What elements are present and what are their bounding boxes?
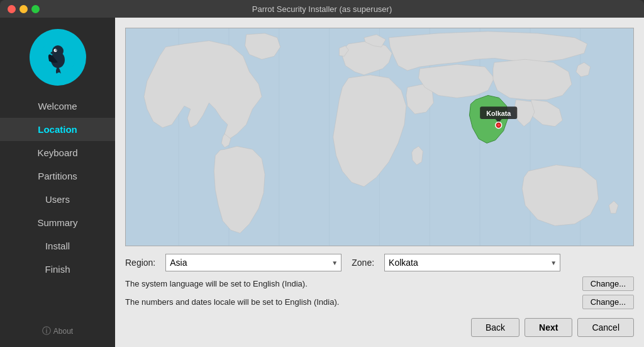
minimize-button[interactable] [19,5,28,13]
change-locale-button[interactable]: Change... [582,295,634,309]
sidebar-item-location[interactable]: Location [0,118,115,141]
titlebar: Parrot Security Installer (as superuser) [0,0,644,18]
sidebar-item-finish[interactable]: Finish [0,258,115,281]
svg-point-20 [497,124,500,127]
window-title: Parrot Security Installer (as superuser) [252,4,392,14]
parrot-logo-icon [39,38,77,76]
region-select[interactable]: Asia [165,254,341,271]
change-language-button[interactable]: Change... [582,276,634,291]
region-zone-row: Region: Asia Zone: Kolkata [125,254,634,271]
maximize-button[interactable] [31,5,40,13]
sidebar: Welcome Location Keyboard Partitions Use… [0,18,115,347]
info-row-1: The system language will be set to Engli… [125,276,634,291]
app-logo [30,29,86,86]
zone-select-wrap: Kolkata [384,254,560,271]
sidebar-item-keyboard[interactable]: Keyboard [0,141,115,164]
world-map[interactable]: Kolkata [125,28,634,246]
content-area: Kolkata Region: Asia Zone: Kolkat [115,18,644,347]
next-button[interactable]: Next [525,318,572,337]
region-label: Region: [125,258,155,268]
map-svg: Kolkata [126,28,633,246]
svg-text:Kolkata: Kolkata [486,110,511,117]
zone-select[interactable]: Kolkata [384,254,560,271]
sidebar-item-install[interactable]: Install [0,234,115,258]
sidebar-item-partitions[interactable]: Partitions [0,164,115,188]
cancel-button[interactable]: Cancel [577,318,634,337]
sidebar-item-welcome[interactable]: Welcome [0,94,115,118]
window-controls [8,5,40,13]
sidebar-item-users[interactable]: Users [0,188,115,211]
svg-point-2 [52,45,64,57]
zone-label: Zone: [352,258,374,268]
sidebar-nav: Welcome Location Keyboard Partitions Use… [0,94,115,322]
region-select-wrap: Asia [165,254,341,271]
info-text-2: The numbers and dates locale will be set… [125,297,339,307]
close-button[interactable] [8,5,16,13]
svg-point-5 [55,50,57,51]
sidebar-item-summary[interactable]: Summary [0,211,115,234]
about-link[interactable]: ⓘ About [38,322,77,341]
info-row-2: The numbers and dates locale will be set… [125,295,634,309]
bottom-nav: Back Next Cancel [125,318,634,337]
main-layout: Welcome Location Keyboard Partitions Use… [0,18,644,347]
back-button[interactable]: Back [471,318,519,337]
info-text-1: The system language will be set to Engli… [125,279,308,288]
